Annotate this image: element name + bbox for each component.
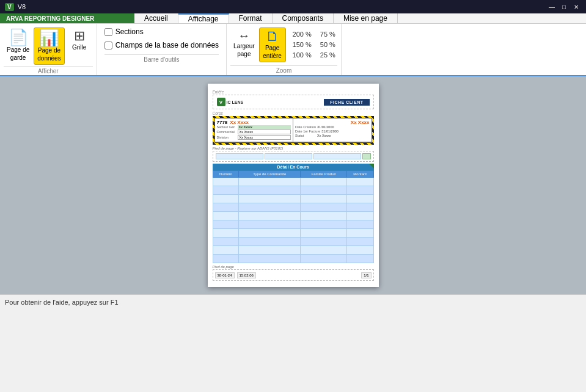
champs-checkbox[interactable]: [104, 42, 112, 49]
corps-section-label: Corps: [213, 111, 374, 115]
tab-mise-en-page[interactable]: Mise en page: [334, 13, 398, 23]
ribbon-group-zoom: ↔ Largeurpage 🗋 Pageentière 200 % 150 % …: [227, 24, 342, 75]
date-field: 30-01-24: [215, 272, 235, 278]
pied-bottom-inner: 30-01-24 15:02:06 1/1: [213, 269, 374, 281]
corps-left: 7778 Xx Xxxx Secteur Gér. Xx Xxxxx Comme…: [215, 118, 294, 142]
client-name-right: Xx Xxxx: [295, 120, 370, 125]
close-button[interactable]: ✕: [571, 2, 581, 12]
zoom-col2: 75 % 50 % 25 %: [318, 30, 337, 59]
zoom-200[interactable]: 200 %: [291, 30, 313, 38]
tab-format[interactable]: Format: [229, 13, 273, 23]
table-row: [213, 246, 373, 255]
zoom-50[interactable]: 50 %: [318, 40, 337, 49]
sections-checkbox[interactable]: [104, 28, 112, 36]
client-id-row: 7778 Xx Xxxx: [217, 120, 291, 125]
logo-area: V IC LENS: [217, 98, 244, 106]
pied-box-2: [265, 153, 312, 159]
champs-label: Champs de la base de données: [115, 41, 219, 49]
secteur-value: Xx Xxxxx: [238, 125, 291, 129]
minimize-button[interactable]: —: [547, 2, 557, 12]
corps-top-row: 7778 Xx Xxxx Secteur Gér. Xx Xxxxx Comme…: [215, 118, 372, 142]
page-donnees-icon: 📊: [39, 30, 59, 46]
ribbon-group-afficher: 📄 Page degarde 📊 Page dedonnées ⊞ Grille…: [0, 24, 97, 75]
tab-composants[interactable]: Composants: [273, 13, 334, 23]
largeur-page-label: Largeurpage: [233, 42, 254, 58]
pied-box-3: [313, 153, 361, 159]
btn-grille[interactable]: ⊞ Grille: [66, 27, 93, 53]
pied-box-green: [362, 153, 371, 159]
col-famille: Famille Produit: [301, 171, 347, 178]
page-number-field: 1/1: [361, 272, 371, 278]
afficher-buttons: 📄 Page degarde 📊 Page dedonnées ⊞ Grille: [4, 26, 93, 65]
table-row: [213, 203, 373, 212]
entete-row: V IC LENS FICHE CLIENT: [215, 96, 372, 107]
corps-right: Xx Xxxx Date Création 31/01/2000 Date 1e…: [293, 118, 372, 142]
col-montant: Montant: [346, 171, 373, 178]
zoom-col1: 200 % 150 % 100 %: [291, 30, 313, 59]
time-field: 15:02:06: [237, 272, 256, 278]
statut-value: Xx Xxxxx: [316, 134, 370, 137]
date-facture-label: Date 1er Facture: [295, 129, 320, 133]
table-row: [213, 220, 373, 229]
tab-affichage[interactable]: Affichage: [178, 13, 229, 23]
zoom-25[interactable]: 25 %: [318, 51, 337, 59]
secteur-label: Secteur Gér.: [217, 125, 238, 129]
table-row: [213, 255, 373, 263]
corps-inner: 7778 Xx Xxxx Secteur Gér. Xx Xxxxx Comme…: [214, 118, 372, 143]
btn-page-garde[interactable]: 📄 Page degarde: [4, 27, 32, 64]
col-type: Type de Commande: [239, 171, 301, 178]
btn-largeur-page[interactable]: ↔ Largeurpage: [230, 27, 257, 60]
pied-rupture-inner: [213, 151, 374, 162]
statut-label: Statut: [295, 134, 316, 137]
zoom-buttons: ↔ Largeurpage 🗋 Pageentière 200 % 150 % …: [230, 26, 337, 64]
table-row: [213, 186, 373, 195]
client-name-left: Xx Xxxx: [230, 120, 249, 125]
zoom-group-label: Zoom: [230, 65, 337, 74]
ribbon: 📄 Page degarde 📊 Page dedonnées ⊞ Grille…: [0, 24, 586, 76]
app-logo-small: V: [5, 3, 14, 11]
secteur-row: Secteur Gér. Xx Xxxxx: [217, 125, 291, 129]
corps-section: 7778 Xx Xxxx Secteur Gér. Xx Xxxxx Comme…: [213, 116, 374, 145]
barre-outils-group-label: Barre d'outils: [104, 54, 219, 63]
commercial-row: Commercial Xx Xxxxx: [217, 129, 291, 134]
commercial-label: Commercial: [217, 130, 238, 134]
zoom-percentages: 200 % 150 % 100 % 75 % 50 % 25 %: [287, 27, 337, 59]
detail-title: Détail En Cours: [277, 165, 309, 169]
window-title: V8: [18, 3, 26, 10]
pied-bottom-section: Pied de page 30-01-24 15:02:06 1/1: [213, 265, 374, 281]
app-title: ARVA REPORTING DESIGNER: [0, 13, 134, 23]
btn-page-donnees[interactable]: 📊 Page dedonnées: [34, 27, 64, 65]
date-facture-row: Date 1er Facture 31/01/2000: [295, 129, 370, 133]
grille-label: Grille: [72, 43, 86, 51]
sections-label: Sections: [115, 27, 144, 36]
detail-table: Numéro Type de Commande Famille Produit …: [213, 170, 374, 263]
logo-text: IC LENS: [227, 100, 244, 104]
zoom-75[interactable]: 75 %: [318, 30, 337, 38]
page-preview: Entête V IC LENS FICHE CLIENT Corps: [208, 84, 379, 287]
document-area: Entête V IC LENS FICHE CLIENT Corps: [0, 76, 586, 294]
corps-striped-border: 7778 Xx Xxxx Secteur Gér. Xx Xxxxx Comme…: [213, 116, 374, 145]
title-bar-left: V V8: [5, 3, 26, 11]
division-label: Division: [217, 136, 238, 139]
checkbox-champs[interactable]: Champs de la base de données: [104, 41, 219, 49]
col-numero: Numéro: [213, 171, 239, 178]
tab-accueil[interactable]: Accueil: [134, 13, 178, 23]
grille-icon: ⊞: [74, 29, 85, 43]
zoom-150[interactable]: 150 %: [291, 40, 313, 49]
maximize-button[interactable]: □: [559, 2, 569, 12]
page-garde-icon: 📄: [9, 29, 28, 45]
page-entiere-icon: 🗋: [266, 30, 279, 43]
help-text: Pour obtenir de l'aide, appuyez sur F1: [5, 299, 119, 306]
detail-header: Détail En Cours: [213, 164, 374, 170]
btn-page-entiere[interactable]: 🗋 Pageentière: [259, 27, 286, 62]
checkbox-sections[interactable]: Sections: [104, 27, 219, 36]
zoom-100[interactable]: 100 %: [291, 51, 313, 59]
date-creation-label: Date Création: [295, 125, 316, 129]
title-bar-controls: — □ ✕: [547, 2, 581, 12]
entete-section-label: Entête: [213, 90, 374, 94]
table-row: [213, 178, 373, 186]
page-garde-label: Page degarde: [7, 46, 29, 62]
commercial-value: Xx Xxxxx: [238, 129, 291, 134]
pied-bottom-row: 30-01-24 15:02:06 1/1: [215, 272, 372, 278]
detail-section: Détail En Cours Numéro Type de Commande …: [213, 164, 374, 263]
